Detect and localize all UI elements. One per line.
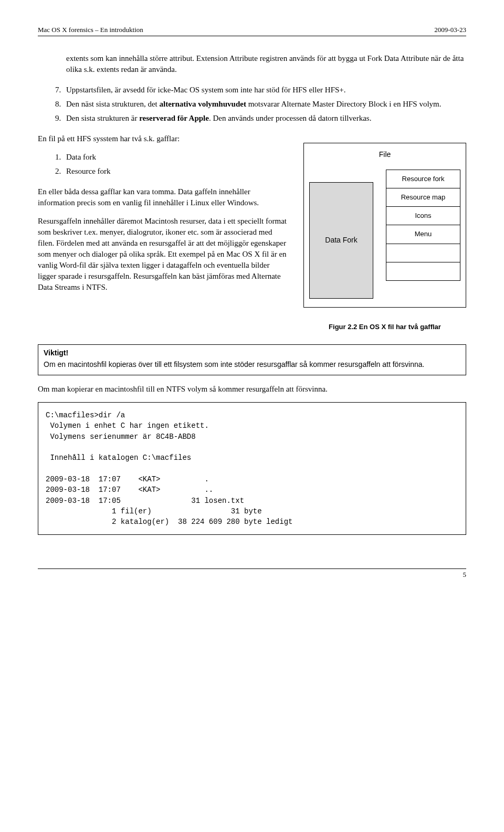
page-number: 5 (38, 570, 466, 580)
list-text: Den sista strukturen är (66, 114, 139, 122)
list-item: Den näst sista strukturen, det alternati… (63, 99, 466, 110)
paragraph: Om man kopierar en macintoshfil till en … (38, 384, 466, 395)
list-text: Uppstartsfilen, är avsedd för icke-Mac O… (66, 86, 346, 94)
diagram-forks-row: Data Fork Resource fork Resource map Ico… (309, 170, 460, 299)
two-column-section: En fil på ett HFS sysstem har två s.k. g… (38, 133, 466, 332)
important-body: Om en macintoshfil kopieras över till et… (44, 360, 460, 370)
resource-cell: Icons (386, 207, 460, 225)
resource-cell: Resource fork (386, 170, 460, 188)
list-text: extents som kan innehålla större attribu… (66, 54, 464, 73)
page-header: Mac OS X forensics – En introduktion 200… (38, 25, 466, 36)
list-item: Resource fork (63, 166, 287, 177)
resource-cell: Resource map (386, 188, 460, 207)
list-item: Data fork (63, 152, 287, 163)
list-item: Den sista strukturen är reserverad för A… (63, 113, 466, 124)
page-footer: 5 (38, 568, 466, 580)
header-title: Mac OS X forensics – En introduktion (38, 25, 143, 35)
list-item: extents som kan innehålla större attribu… (63, 53, 466, 75)
resource-fork-box: Resource fork Resource map Icons Menu (386, 170, 460, 281)
resource-cell: Menu (386, 225, 460, 244)
file-diagram: File Data Fork Resource fork Resource ma… (303, 143, 466, 308)
important-heading: Viktigt! (44, 348, 460, 359)
dir-listing: C:\macfiles>dir /a Volymen i enhet C har… (38, 402, 466, 535)
list-bold: reserverad för Apple (139, 114, 209, 122)
left-column: En fil på ett HFS sysstem har två s.k. g… (38, 133, 287, 300)
right-column: File Data Fork Resource fork Resource ma… (303, 133, 466, 332)
data-fork-box: Data Fork (309, 182, 373, 299)
important-box: Viktigt! Om en macintoshfil kopieras öve… (38, 344, 466, 375)
resource-cell (386, 262, 460, 280)
paragraph: Resursgaffeln innehåller däremot Macinto… (38, 216, 287, 293)
list-item: Uppstartsfilen, är avsedd för icke-Mac O… (63, 85, 466, 96)
list-text: Den näst sista strukturen, det (66, 100, 159, 108)
gafflar-intro: En fil på ett HFS sysstem har två s.k. g… (38, 133, 287, 144)
numbered-list: extents som kan innehålla större attribu… (38, 53, 466, 75)
footer-rule (38, 568, 466, 569)
list-text: . Den används under processen då datorn … (209, 114, 372, 122)
list-text: motsvarar Alternate Master Directory Blo… (246, 100, 442, 108)
list-bold: alternativa volymhuvudet (159, 100, 246, 108)
gafflar-list: Data fork Resource fork (38, 152, 287, 177)
diagram-file-label: File (309, 150, 460, 160)
figure-caption: Figur 2.2 En OS X fil har två gafflar (303, 322, 466, 332)
resource-cell (386, 244, 460, 262)
numbered-list-cont: Uppstartsfilen, är avsedd för icke-Mac O… (38, 85, 466, 124)
header-date: 2009-03-23 (434, 25, 466, 35)
paragraph: En eller båda dessa gafflar kan vara tom… (38, 186, 287, 208)
